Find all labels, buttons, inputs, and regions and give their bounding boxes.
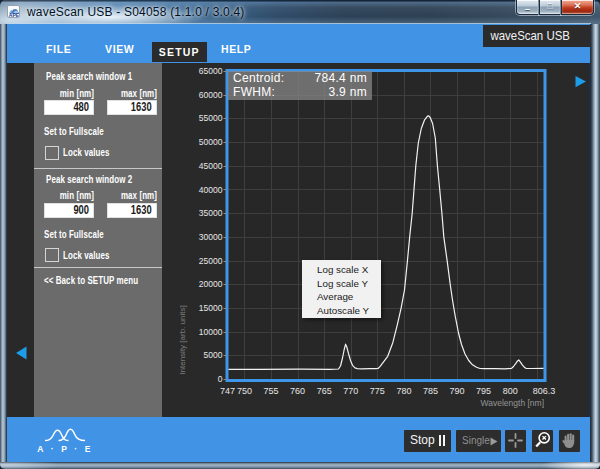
svg-text:775: 775 [370,386,385,396]
svg-text:750: 750 [237,386,252,396]
svg-text:0: 0 [218,374,223,384]
svg-text:30000: 30000 [199,232,223,242]
svg-text:800: 800 [503,386,518,396]
svg-text:45000: 45000 [199,161,223,171]
svg-text:10000: 10000 [199,327,223,337]
svg-text:55000: 55000 [199,113,223,123]
svg-text:760: 760 [290,386,305,396]
svg-text:65000: 65000 [199,66,223,76]
svg-text:35000: 35000 [199,208,223,218]
svg-text:25000: 25000 [199,256,223,266]
svg-text:806.3: 806.3 [533,386,556,396]
svg-text:50000: 50000 [199,137,223,147]
svg-text:5000: 5000 [204,350,223,360]
svg-text:Intensity [arb. units]: Intensity [arb. units] [178,305,187,374]
svg-text:755: 755 [263,386,278,396]
svg-text:765: 765 [317,386,332,396]
svg-text:20000: 20000 [199,279,223,289]
svg-text:785: 785 [423,386,438,396]
svg-text:790: 790 [449,386,464,396]
svg-text:747: 747 [220,386,235,396]
svg-text:60000: 60000 [199,90,223,100]
svg-text:40000: 40000 [199,185,223,195]
svg-text:Wavelength [nm]: Wavelength [nm] [481,398,544,408]
svg-text:15000: 15000 [199,303,223,313]
svg-text:795: 795 [476,386,491,396]
svg-text:770: 770 [343,386,358,396]
svg-text:780: 780 [396,386,411,396]
svg-text:APE: APE [9,12,20,18]
